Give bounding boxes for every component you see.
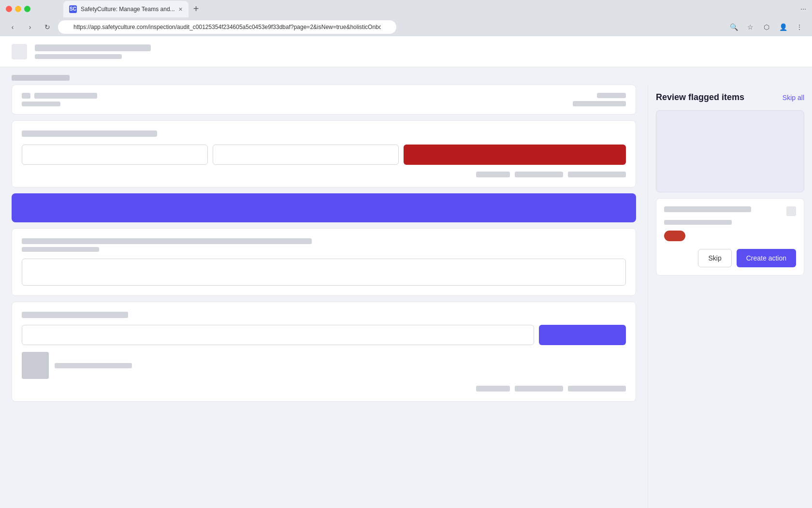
textarea-input[interactable]: [22, 259, 626, 286]
minimize-traffic-light[interactable]: [15, 6, 21, 12]
card-upload: [12, 302, 636, 402]
card-top-left: [22, 93, 97, 106]
form-action-3[interactable]: [568, 172, 626, 177]
review-item-actions: Skip Create action: [664, 249, 796, 267]
bottom-action-2[interactable]: [515, 386, 563, 392]
back-button[interactable]: ‹: [6, 20, 19, 34]
form-label: [22, 131, 157, 137]
right-sidebar: Review flagged items Skip all Skip Creat…: [648, 85, 812, 508]
card-bottom-actions: [22, 386, 626, 392]
new-tab-button[interactable]: +: [190, 3, 202, 15]
traffic-lights: [6, 6, 30, 12]
fullscreen-traffic-light[interactable]: [24, 6, 30, 12]
card-form: [12, 120, 636, 188]
active-tab[interactable]: SC SafetyCulture: Manage Teams and... ×: [63, 1, 188, 17]
textarea-label-row: [22, 238, 626, 252]
form-input-2[interactable]: [213, 145, 399, 165]
sidebar-header: Review flagged items Skip all: [656, 92, 804, 102]
card-top-value: [573, 101, 626, 106]
tab-favicon: SC: [69, 5, 77, 13]
create-action-button[interactable]: Create action: [737, 249, 796, 267]
upload-filename: [55, 363, 132, 368]
zoom-button[interactable]: 🔍: [727, 20, 740, 34]
menu-button[interactable]: ⋮: [793, 20, 806, 34]
profile-button[interactable]: 👤: [776, 20, 790, 34]
review-image-card: [656, 110, 804, 192]
tab-close-icon[interactable]: ×: [179, 5, 183, 13]
review-item-title: [664, 206, 751, 212]
blue-banner: [12, 193, 636, 222]
bottom-action-1[interactable]: [476, 386, 510, 392]
form-input-1[interactable]: [22, 145, 208, 165]
browser-chrome: SC SafetyCulture: Manage Teams and... × …: [0, 0, 812, 36]
card-top-right: [573, 93, 626, 106]
upload-text-input[interactable]: [22, 325, 534, 345]
browser-titlebar: SC SafetyCulture: Manage Teams and... × …: [0, 0, 812, 18]
upload-thumbnail: [22, 352, 49, 379]
tab-title: SafetyCulture: Manage Teams and...: [81, 6, 175, 13]
forward-button[interactable]: ›: [23, 20, 37, 34]
review-item-card: Skip Create action: [656, 198, 804, 276]
app-container: Review flagged items Skip all Skip Creat…: [0, 36, 812, 508]
window-controls: ⋯: [800, 6, 806, 13]
header-subtitle: [35, 54, 122, 59]
header-title: [35, 44, 151, 51]
sidebar-toggle-icon[interactable]: [12, 44, 27, 59]
section-header: [0, 67, 812, 85]
sidebar-title: Review flagged items: [656, 92, 744, 102]
card-top-sub: [22, 102, 60, 106]
review-item-subtitle: [664, 220, 732, 225]
close-traffic-light[interactable]: [6, 6, 12, 12]
review-item-header: [664, 206, 796, 216]
form-input-red[interactable]: [404, 145, 626, 165]
bottom-action-3[interactable]: [568, 386, 626, 392]
card-top-badge: [597, 93, 626, 98]
upload-label: [22, 312, 128, 318]
review-item-close-icon[interactable]: [786, 206, 796, 216]
extensions-button[interactable]: ⬡: [760, 20, 773, 34]
form-action-2[interactable]: [515, 172, 563, 177]
skip-button[interactable]: Skip: [698, 249, 731, 267]
skip-all-button[interactable]: Skip all: [783, 94, 804, 102]
review-item-badge: [664, 231, 685, 241]
card-icon: [22, 93, 30, 99]
main-layout: Review flagged items Skip all Skip Creat…: [0, 85, 812, 508]
card-top-title: [34, 93, 97, 99]
textarea-label-1: [22, 238, 312, 244]
form-action-1[interactable]: [476, 172, 510, 177]
section-label: [12, 75, 70, 81]
upload-button[interactable]: [539, 325, 626, 345]
bookmark-button[interactable]: ☆: [743, 20, 757, 34]
app-header: [0, 36, 812, 67]
content-area: [0, 85, 648, 508]
form-action-row: [22, 172, 626, 177]
form-inputs-row: [22, 145, 626, 165]
address-bar: ‹ › ↻ 🔍 ☆ ⬡ 👤 ⋮: [0, 18, 812, 37]
upload-input-row: [22, 325, 626, 345]
textarea-label-2: [22, 247, 99, 252]
url-input[interactable]: [58, 20, 396, 34]
upload-preview-row: [22, 352, 626, 379]
header-text-block: [35, 44, 151, 59]
card-textarea: [12, 228, 636, 296]
card-top: [12, 85, 636, 115]
reload-button[interactable]: ↻: [41, 20, 54, 34]
